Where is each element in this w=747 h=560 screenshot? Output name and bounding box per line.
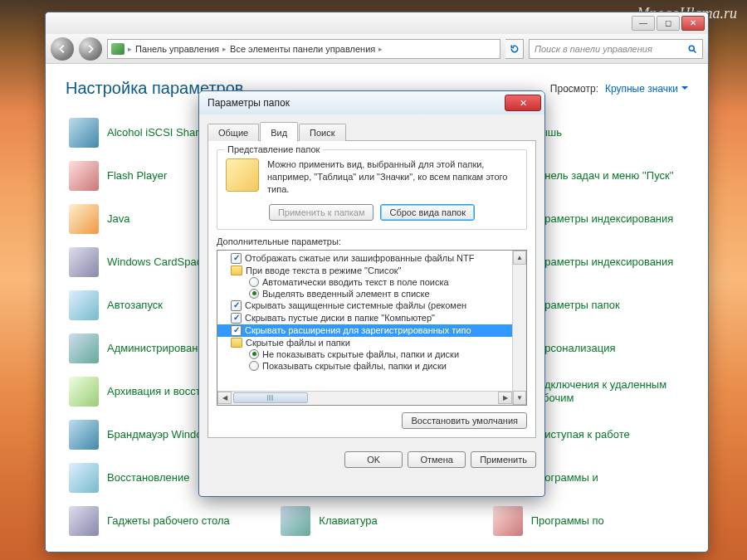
- item-label: Приступая к работе: [531, 428, 630, 441]
- tree-row[interactable]: Не показывать скрытые файлы, папки и дис…: [217, 348, 526, 360]
- item-icon: [69, 290, 99, 320]
- vertical-scrollbar[interactable]: ▲ ▼: [512, 251, 526, 405]
- control-panel-item[interactable]: Программы по: [490, 503, 688, 539]
- item-icon: [69, 377, 99, 407]
- window-titlebar: — ◻ ✕: [46, 12, 708, 34]
- tab-view[interactable]: Вид: [260, 122, 298, 141]
- chevron-right-icon: ▸: [128, 45, 132, 53]
- tree-row-label: Автоматически вводить текст в поле поиск…: [262, 277, 449, 287]
- item-icon: [69, 420, 99, 450]
- item-icon: [281, 506, 310, 536]
- item-icon: [69, 118, 99, 148]
- control-panel-item[interactable]: Гаджеты рабочего стола: [66, 503, 264, 539]
- tab-search[interactable]: Поиск: [299, 124, 345, 141]
- item-label: Гаджеты рабочего стола: [107, 514, 230, 528]
- item-icon: [69, 463, 99, 493]
- maximize-button[interactable]: ◻: [657, 16, 680, 31]
- reset-folders-button[interactable]: Сброс вида папок: [380, 204, 475, 221]
- cancel-button[interactable]: Отмена: [408, 451, 466, 468]
- ok-button[interactable]: OK: [344, 451, 403, 468]
- item-icon: [69, 334, 99, 363]
- scroll-right-button[interactable]: ▶: [498, 392, 512, 404]
- tree-row-label: Скрытые файлы и папки: [246, 338, 350, 348]
- folder-view-groupbox: Представление папок Можно применить вид,…: [217, 149, 527, 230]
- advanced-settings-label: Дополнительные параметры:: [217, 236, 527, 246]
- checkbox[interactable]: [231, 325, 242, 336]
- close-button[interactable]: ✕: [681, 16, 705, 31]
- item-label: Программы по: [531, 514, 604, 528]
- chevron-right-icon: ▸: [378, 45, 383, 53]
- groupbox-title: Представление папок: [224, 144, 323, 154]
- tree-row[interactable]: Показывать скрытые файлы, папки и диски: [217, 360, 526, 372]
- item-icon: [69, 161, 99, 191]
- scrollbar-thumb[interactable]: [233, 392, 308, 403]
- radio-button[interactable]: [249, 361, 259, 371]
- navigation-bar: ▸ Панель управления ▸ Все элементы панел…: [46, 34, 708, 64]
- radio-button[interactable]: [249, 349, 259, 359]
- view-mode-dropdown[interactable]: Просмотр:Крупные значки: [550, 83, 688, 95]
- item-label: Подключения к удаленным рабочим: [531, 378, 685, 406]
- apply-button[interactable]: Применить: [471, 451, 536, 468]
- control-panel-item[interactable]: Клавиатура: [277, 503, 476, 539]
- tab-strip: Общие Вид Поиск: [208, 122, 536, 141]
- forward-button[interactable]: [79, 37, 102, 61]
- folder-options-dialog: Параметры папок ✕ Общие Вид Поиск Предст…: [198, 90, 545, 497]
- checkbox[interactable]: [231, 313, 242, 324]
- item-label: Автозапуск: [107, 299, 163, 312]
- search-placeholder: Поиск в панели управления: [535, 44, 652, 54]
- address-bar[interactable]: ▸ Панель управления ▸ Все элементы панел…: [107, 39, 500, 59]
- item-label: Windows CardSpace: [107, 256, 208, 269]
- tree-row-label: Скрывать пустые диски в папке "Компьютер…: [245, 313, 435, 323]
- horizontal-scrollbar[interactable]: ◀ ▶: [217, 391, 512, 405]
- scroll-up-button[interactable]: ▲: [513, 251, 526, 265]
- tab-general[interactable]: Общие: [208, 124, 259, 141]
- checkbox[interactable]: [231, 253, 242, 264]
- tree-row[interactable]: Отображать сжатые или зашифрованные файл…: [217, 252, 526, 265]
- item-icon: [69, 506, 99, 536]
- folder-icon: [231, 265, 242, 275]
- apply-to-folders-button[interactable]: Применить к папкам: [269, 204, 374, 221]
- tree-row-label: При вводе текста в режиме "Список": [246, 265, 401, 275]
- item-label: Параметры индексирования: [531, 256, 674, 269]
- dialog-title: Параметры папок: [208, 97, 290, 109]
- svg-point-0: [689, 46, 694, 51]
- restore-defaults-button[interactable]: Восстановить умолчания: [402, 412, 527, 429]
- tree-row[interactable]: Скрывать пустые диски в папке "Компьютер…: [217, 312, 526, 324]
- tab-panel-view: Представление папок Можно применить вид,…: [208, 140, 536, 438]
- advanced-settings-tree[interactable]: Отображать сжатые или зашифрованные файл…: [217, 250, 527, 406]
- folder-view-description: Можно применить вид, выбранный для этой …: [267, 158, 518, 196]
- item-label: Клавиатура: [319, 514, 377, 528]
- breadcrumb-item[interactable]: Панель управления: [135, 44, 219, 54]
- tree-row-label: Скрывать расширения для зарегистрированн…: [245, 325, 471, 335]
- tree-row[interactable]: Выделять введенный элемент в списке: [217, 288, 526, 299]
- tree-row[interactable]: При вводе текста в режиме "Список": [217, 265, 526, 276]
- back-button[interactable]: [51, 37, 74, 61]
- scroll-down-button[interactable]: ▼: [513, 391, 526, 405]
- dialog-close-button[interactable]: ✕: [505, 95, 541, 111]
- search-input[interactable]: Поиск в панели управления: [529, 39, 703, 59]
- item-label: Администрирование: [107, 342, 210, 355]
- tree-row[interactable]: Скрывать защищенные системные файлы (рек…: [217, 299, 526, 312]
- scroll-left-button[interactable]: ◀: [217, 392, 232, 404]
- item-label: Восстановление: [107, 471, 189, 485]
- chevron-right-icon: ▸: [222, 45, 227, 53]
- item-label: Панель задач и меню ''Пуск'': [531, 169, 674, 183]
- radio-button[interactable]: [249, 277, 259, 287]
- item-label: Flash Player: [107, 169, 167, 183]
- item-icon: [69, 247, 99, 277]
- item-icon: [493, 506, 523, 536]
- radio-button[interactable]: [249, 289, 259, 299]
- folder-icon: [231, 338, 242, 348]
- refresh-button[interactable]: [505, 39, 524, 59]
- tree-row[interactable]: Скрывать расширения для зарегистрированн…: [217, 324, 526, 337]
- dialog-titlebar: Параметры папок ✕: [199, 91, 544, 114]
- item-label: Java: [107, 212, 129, 226]
- breadcrumb-item[interactable]: Все элементы панели управления: [230, 44, 375, 54]
- checkbox[interactable]: [231, 300, 242, 311]
- tree-row-label: Отображать сжатые или зашифрованные файл…: [245, 253, 474, 263]
- tree-row[interactable]: Скрытые файлы и папки: [217, 337, 526, 348]
- tree-row-label: Выделять введенный элемент в списке: [262, 289, 430, 299]
- minimize-button[interactable]: —: [632, 16, 655, 31]
- item-label: Параметры индексирования: [531, 212, 674, 226]
- tree-row[interactable]: Автоматически вводить текст в поле поиск…: [217, 276, 526, 288]
